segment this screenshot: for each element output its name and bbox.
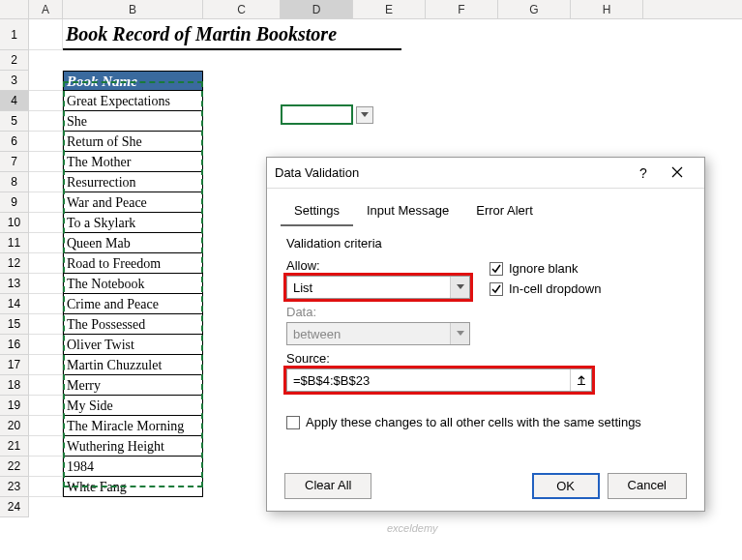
row-header-16[interactable]: 16 (0, 335, 29, 355)
book-cell[interactable]: The Possessed (63, 314, 203, 335)
row-header-22[interactable]: 22 (0, 457, 29, 477)
book-cell[interactable]: Whte Fang (63, 477, 203, 497)
cell-A13[interactable] (29, 274, 63, 294)
row-header-11[interactable]: 11 (0, 233, 29, 253)
cell-A16[interactable] (29, 335, 63, 355)
cell-dropdown-button[interactable] (356, 106, 373, 124)
row-header-3[interactable]: 3 (0, 71, 29, 91)
data-combo: between (286, 322, 470, 345)
cell-A14[interactable] (29, 294, 63, 314)
row-header-10[interactable]: 10 (0, 213, 29, 233)
col-header-G[interactable]: G (498, 0, 571, 18)
book-cell[interactable]: The Notebook (63, 274, 203, 294)
book-cell[interactable]: Road to Freedom (63, 253, 203, 274)
cell-A9[interactable] (29, 192, 63, 213)
cell-A12[interactable] (29, 253, 63, 274)
book-cell[interactable]: Resurrection (63, 172, 203, 192)
row-header-9[interactable]: 9 (0, 192, 29, 213)
row-header-8[interactable]: 8 (0, 172, 29, 192)
source-input[interactable]: =$B$4:$B$23 (286, 368, 592, 392)
cell-A23[interactable] (29, 477, 63, 497)
cell-A17[interactable] (29, 355, 63, 375)
row-header-12[interactable]: 12 (0, 253, 29, 274)
range-picker-button[interactable] (570, 369, 591, 391)
book-cell[interactable]: The Mother (63, 152, 203, 172)
row-header-19[interactable]: 19 (0, 396, 29, 416)
table-header[interactable]: Book Name (63, 71, 203, 91)
incell-dropdown-checkbox[interactable] (490, 282, 503, 296)
cell-A8[interactable] (29, 172, 63, 192)
cell-A22[interactable] (29, 457, 63, 477)
row-header-6[interactable]: 6 (0, 132, 29, 152)
col-header-A[interactable]: A (29, 0, 63, 18)
tab-settings[interactable]: Settings (281, 196, 353, 226)
row-header-5[interactable]: 5 (0, 111, 29, 132)
cell-A1[interactable] (29, 19, 63, 50)
allow-value: List (287, 280, 450, 295)
row-header-18[interactable]: 18 (0, 375, 29, 396)
clear-all-button[interactable]: Clear All (284, 473, 371, 499)
cell-A5[interactable] (29, 111, 63, 132)
cell-A15[interactable] (29, 314, 63, 335)
book-cell[interactable]: Martin Chuzzulet (63, 355, 203, 375)
book-cell[interactable]: She (63, 111, 203, 132)
book-cell[interactable]: 1984 (63, 457, 203, 477)
allow-combo-arrow[interactable] (450, 277, 469, 298)
ignore-blank-checkbox[interactable] (490, 262, 503, 276)
cell-A21[interactable] (29, 436, 63, 457)
cell-A3[interactable] (29, 71, 63, 91)
dialog-titlebar[interactable]: Data Validation ? (267, 158, 704, 189)
row-header-4[interactable]: 4 (0, 91, 29, 111)
close-button[interactable] (658, 164, 697, 182)
row-header-7[interactable]: 7 (0, 152, 29, 172)
cell-A7[interactable] (29, 152, 63, 172)
book-cell[interactable]: Merry (63, 375, 203, 396)
book-cell[interactable]: The Miracle Morning (63, 416, 203, 436)
cell-A4[interactable] (29, 91, 63, 111)
col-header-B[interactable]: B (63, 0, 203, 18)
ok-button[interactable]: OK (532, 473, 600, 499)
row-header-13[interactable]: 13 (0, 274, 29, 294)
select-all-triangle[interactable] (0, 0, 29, 18)
col-header-F[interactable]: F (426, 0, 498, 18)
book-cell[interactable]: Wuthering Height (63, 436, 203, 457)
watermark: exceldemy (387, 522, 438, 534)
col-header-D[interactable]: D (281, 0, 353, 18)
apply-changes-checkbox[interactable] (286, 416, 300, 429)
row-header-2[interactable]: 2 (0, 50, 29, 71)
row-header-1[interactable]: 1 (0, 19, 29, 50)
active-cell[interactable] (281, 104, 353, 125)
cell-A20[interactable] (29, 416, 63, 436)
column-headers: A B C D E F G H (0, 0, 742, 19)
book-cell[interactable]: Crime and Peace (63, 294, 203, 314)
book-cell[interactable]: Queen Mab (63, 233, 203, 253)
cell-A18[interactable] (29, 375, 63, 396)
row-header-24[interactable]: 24 (0, 497, 29, 517)
title-cell[interactable]: Book Record of Martin Bookstore (63, 19, 401, 50)
book-cell[interactable]: Return of She (63, 132, 203, 152)
row-header-17[interactable]: 17 (0, 355, 29, 375)
book-cell[interactable]: Oliver Twist (63, 335, 203, 355)
row-header-14[interactable]: 14 (0, 294, 29, 314)
data-label: Data: (286, 305, 685, 319)
row-header-15[interactable]: 15 (0, 314, 29, 335)
row-header-23[interactable]: 23 (0, 477, 29, 497)
book-cell[interactable]: Great Expectations (63, 91, 203, 111)
col-header-C[interactable]: C (203, 0, 281, 18)
cell-A19[interactable] (29, 396, 63, 416)
row-header-21[interactable]: 21 (0, 436, 29, 457)
help-button[interactable]: ? (629, 165, 658, 181)
book-cell[interactable]: My Side (63, 396, 203, 416)
book-cell[interactable]: To a Skylark (63, 213, 203, 233)
cancel-button[interactable]: Cancel (608, 473, 687, 499)
row-header-20[interactable]: 20 (0, 416, 29, 436)
allow-combo[interactable]: List (286, 276, 470, 299)
tab-error-alert[interactable]: Error Alert (462, 196, 547, 226)
book-cell[interactable]: War and Peace (63, 192, 203, 213)
cell-A11[interactable] (29, 233, 63, 253)
col-header-E[interactable]: E (353, 0, 426, 18)
cell-A6[interactable] (29, 132, 63, 152)
col-header-H[interactable]: H (571, 0, 643, 18)
cell-A10[interactable] (29, 213, 63, 233)
tab-input-message[interactable]: Input Message (353, 196, 462, 226)
